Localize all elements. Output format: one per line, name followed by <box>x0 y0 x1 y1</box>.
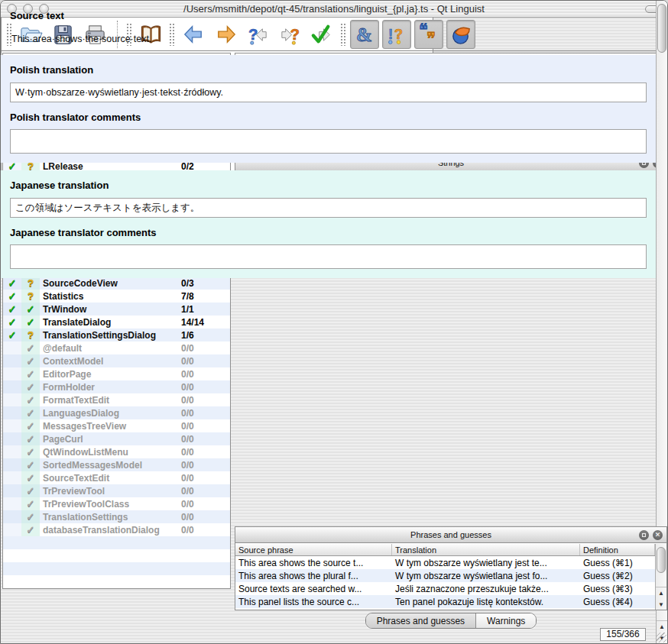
source-text-value: This·area·shows·the·source·text. <box>1 21 656 55</box>
statusbar: 155/366 <box>1 626 667 643</box>
phrase-source: Source texts are searched w... <box>235 584 392 594</box>
header-source-phrase-column[interactable]: Source phrase <box>235 544 392 555</box>
scrollbar-thumb[interactable] <box>657 4 666 53</box>
scroll-up-icon[interactable]: ▲ <box>656 587 666 599</box>
phrase-definition: Guess (⌘2) <box>580 571 655 581</box>
japanese-section: Japanese translation Japanese translator… <box>1 170 656 278</box>
polish-translation-label: Polish translation <box>10 64 93 76</box>
phrases-panel-titlebar[interactable]: Phrases and guesses ✕ <box>235 527 666 543</box>
japanese-translation-input[interactable] <box>10 198 647 218</box>
phrases-panel: Phrases and guesses ✕ Source phraseTrans… <box>235 526 667 610</box>
phrase-definition: Guess (⌘4) <box>580 597 655 607</box>
phrase-definition: Guess (⌘3) <box>580 584 655 594</box>
phrase-definition: Guess (⌘1) <box>580 558 655 568</box>
polish-translation-input[interactable] <box>10 83 647 102</box>
scrollbar-thumb[interactable] <box>657 547 666 573</box>
resize-grip-icon[interactable] <box>657 633 666 642</box>
header-definition-column[interactable]: Definition <box>580 544 655 555</box>
japanese-comments-label: Japanese translator comments <box>10 227 647 238</box>
scroll-down-icon[interactable]: ▼ <box>656 599 666 610</box>
translation-editor: Source text This·area·shows·the·source·t… <box>1 1 433 270</box>
qt-linguist-window: /Users/msmith/depot/qt-45/translations/l… <box>0 0 668 644</box>
phrase-row[interactable]: This area shows the plural f...W tym obs… <box>235 569 655 582</box>
phrase-row[interactable]: This area shows the source t...W tym obs… <box>235 556 655 569</box>
japanese-comments-input[interactable] <box>10 244 647 269</box>
phrase-translation: Ten panel pokazuje listę kontekstów. <box>392 597 580 607</box>
phrase-source: This panel lists the source c... <box>235 597 392 607</box>
phrase-source: This area shows the plural f... <box>235 571 392 581</box>
close-panel-icon[interactable]: ✕ <box>653 530 663 540</box>
phrase-translation: W tym obszarze wyświetlana jest fo... <box>392 571 580 581</box>
phrases-panel-title: Phrases and guesses <box>410 530 491 539</box>
header-translation-column[interactable]: Translation <box>392 544 580 555</box>
polish-comments-input[interactable] <box>10 129 647 154</box>
polish-comments-label: Polish translator comments <box>10 112 647 123</box>
phrase-translation: Jeśli zaznaczone przeszukuje także... <box>392 584 580 594</box>
phrase-row[interactable]: Source texts are searched w...Jeśli zazn… <box>235 582 655 595</box>
progress-counter: 155/366 <box>600 628 646 641</box>
phrase-translation: W tym obszarze wyświetlany jest te... <box>392 558 580 568</box>
float-panel-icon[interactable] <box>639 530 649 540</box>
japanese-translation-label: Japanese translation <box>10 180 109 191</box>
phrase-source: This area shows the source t... <box>235 558 392 568</box>
phrase-row[interactable]: This panel lists the source c...Ten pane… <box>235 595 655 608</box>
phrases-table-header[interactable]: Source phraseTranslationDefinition <box>235 544 655 556</box>
polish-section: Polish translation Polish translator com… <box>1 55 656 163</box>
phrases-scrollbar[interactable]: ▲▼ <box>655 544 666 610</box>
source-text-label: Source text <box>1 1 656 21</box>
phrases-table: This area shows the source t...W tym obs… <box>235 556 655 610</box>
